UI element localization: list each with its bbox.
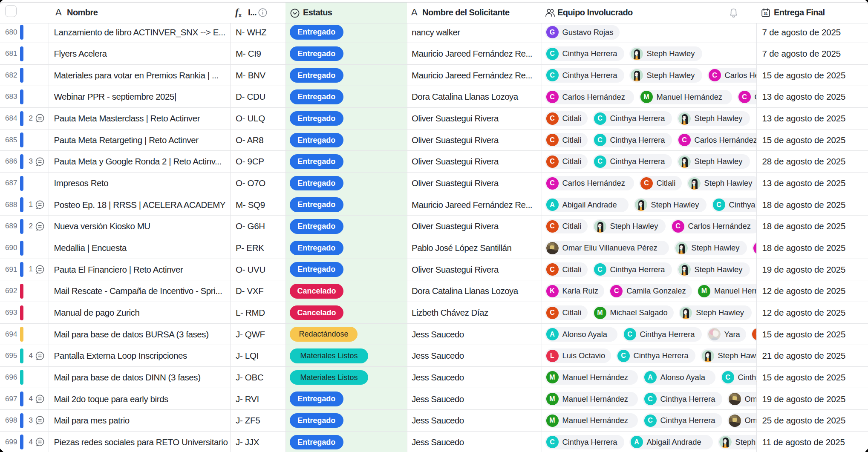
svg-text:31: 31 <box>764 12 768 16</box>
